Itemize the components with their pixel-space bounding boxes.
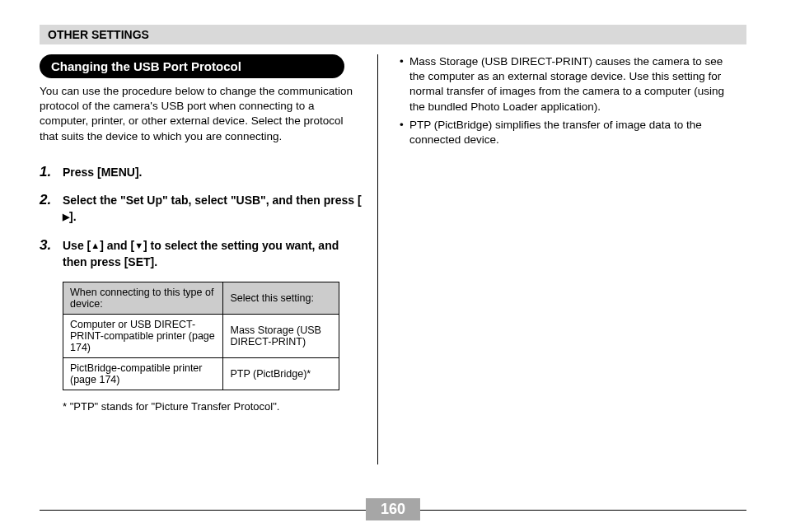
table-footnote: * "PTP" stands for "Picture Transfer Pro… (63, 400, 363, 413)
table-row: PictBridge-compatible printer (page 174)… (63, 358, 339, 390)
step-text: Press [MENU]. (63, 164, 142, 180)
bullet-icon: • (400, 118, 409, 147)
page-footer: 160 (40, 510, 746, 511)
step-text-part: ] and [ (100, 239, 134, 252)
bullet-icon: • (400, 54, 409, 114)
step-item: 2. Select the "Set Up" tab, select "USB"… (40, 192, 363, 226)
table-header: When connecting to this type of device: (63, 282, 223, 315)
step-number: 1. (40, 164, 63, 180)
table-cell: PictBridge-compatible printer (page 174) (63, 358, 223, 390)
right-column: •Mass Storage (USB DIRECT-PRINT) causes … (378, 54, 732, 464)
table-row: Computer or USB DIRECT-PRINT-compatible … (63, 315, 339, 358)
settings-table: When connecting to this type of device: … (63, 282, 339, 390)
bullet-list: •Mass Storage (USB DIRECT-PRINT) causes … (400, 54, 732, 147)
steps-list: 1. Press [MENU]. 2. Select the "Set Up" … (40, 164, 363, 270)
list-item: •Mass Storage (USB DIRECT-PRINT) causes … (400, 54, 732, 114)
step-item: 1. Press [MENU]. (40, 164, 363, 180)
step-text: Select the "Set Up" tab, select "USB", a… (63, 192, 363, 226)
left-column: Changing the USB Port Protocol You can u… (40, 54, 377, 464)
section-header: OTHER SETTINGS (40, 25, 746, 44)
table-cell: PTP (PictBridge)* (223, 358, 339, 390)
table-header: Select this setting: (223, 282, 339, 315)
step-number: 3. (40, 237, 63, 271)
table-cell: Computer or USB DIRECT-PRINT-compatible … (63, 315, 223, 358)
bullet-text: PTP (PictBridge) simplifies the transfer… (409, 118, 732, 147)
right-arrow-icon: ▶ (63, 211, 69, 224)
step-number: 2. (40, 192, 63, 226)
page-number: 160 (366, 498, 420, 520)
step-item: 3. Use [▲] and [▼] to select the setting… (40, 237, 363, 271)
bullet-text: Mass Storage (USB DIRECT-PRINT) causes t… (409, 54, 732, 114)
subsection-heading: Changing the USB Port Protocol (40, 54, 344, 78)
step-text-part: ]. (69, 210, 77, 223)
table-cell: Mass Storage (USB DIRECT-PRINT) (223, 315, 339, 358)
step-text: Use [▲] and [▼] to select the setting yo… (63, 237, 363, 271)
step-text-part: Select the "Set Up" tab, select "USB", a… (63, 194, 362, 207)
step-text-part: Use [ (63, 239, 91, 252)
list-item: •PTP (PictBridge) simplifies the transfe… (400, 118, 732, 147)
table-header-row: When connecting to this type of device: … (63, 282, 339, 315)
down-arrow-icon: ▼ (134, 240, 143, 253)
up-arrow-icon: ▲ (91, 240, 100, 253)
intro-paragraph: You can use the procedure below to chang… (40, 84, 363, 144)
